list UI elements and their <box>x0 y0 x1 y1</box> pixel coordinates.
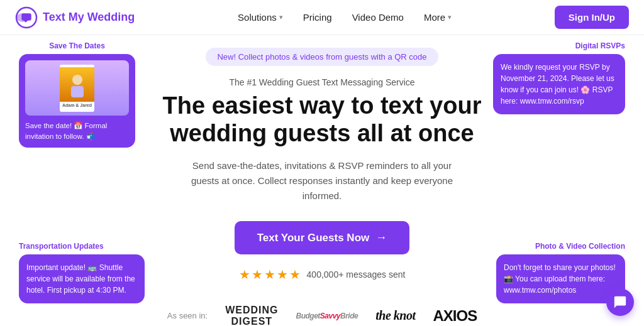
cta-button[interactable]: Text Your Guests Now → <box>235 221 410 254</box>
nav-more[interactable]: More ▾ <box>424 12 452 23</box>
nav-solutions[interactable]: Solutions ▾ <box>238 12 283 23</box>
main-content: New! Collect photos & videos from guests… <box>0 35 644 326</box>
headline-line1: The easiest way to text your <box>163 92 482 119</box>
logo[interactable]: Text My Wedding <box>15 6 135 29</box>
chat-bubble-button[interactable] <box>606 288 634 316</box>
brand-wedding-digest: WEDDINGDIGEST <box>225 305 278 326</box>
svg-point-1 <box>16 13 29 22</box>
brand-axios: AXIOS <box>433 307 477 325</box>
new-badge: New! Collect photos & videos from guests… <box>206 48 438 66</box>
as-seen-label: As seen in: <box>167 311 208 320</box>
hero-description: Send save-the-dates, invitations & RSVP … <box>184 158 460 204</box>
nav-links: Solutions ▾ Pricing Video Demo More ▾ <box>238 12 452 23</box>
nav-video-demo[interactable]: Video Demo <box>352 12 404 23</box>
chevron-down-icon: ▾ <box>279 13 283 21</box>
brand-logos: WEDDINGDIGEST BudgetSavvyBride the knot … <box>225 305 477 326</box>
logo-text: Text My Wedding <box>43 11 135 24</box>
navbar: Text My Wedding Solutions ▾ Pricing Vide… <box>0 0 644 35</box>
brand-the-knot: the knot <box>375 308 415 323</box>
arrow-icon: → <box>375 231 387 244</box>
sign-in-button[interactable]: Sign In/Up <box>555 6 629 29</box>
hero-headline: The easiest way to text your wedding gue… <box>163 92 482 147</box>
hero-subtitle: The #1 Wedding Guest Text Messaging Serv… <box>229 77 414 87</box>
star-rating: ★★★★★ <box>239 267 302 282</box>
cta-label: Text Your Guests Now <box>257 232 370 244</box>
nav-pricing[interactable]: Pricing <box>303 12 332 23</box>
hero-center: New! Collect photos & videos from guests… <box>158 48 486 326</box>
headline-line2: wedding guests all at once <box>170 120 474 146</box>
stars-row: ★★★★★ 400,000+ messages sent <box>239 267 406 282</box>
as-seen-in: As seen in: WEDDINGDIGEST BudgetSavvyBri… <box>167 300 477 326</box>
chevron-down-icon: ▾ <box>448 13 452 21</box>
messages-sent: 400,000+ messages sent <box>307 269 406 280</box>
page-wrapper: Text My Wedding Solutions ▾ Pricing Vide… <box>0 0 644 326</box>
brand-savvy-bride: BudgetSavvyBride <box>296 312 358 320</box>
